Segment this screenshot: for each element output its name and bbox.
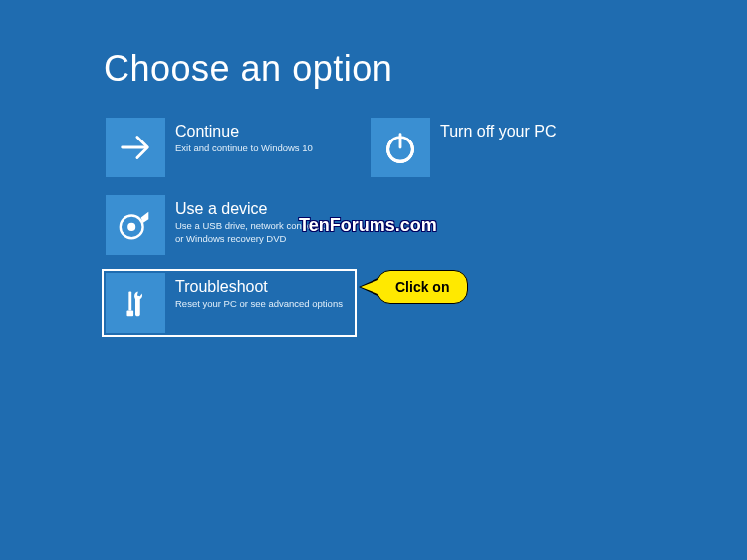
turnoff-option[interactable]: Turn off your PC	[369, 116, 620, 179]
callout-annotation: Click on	[361, 270, 468, 304]
disc-icon	[106, 195, 165, 255]
arrow-right-icon	[106, 118, 165, 177]
troubleshoot-option[interactable]: Troubleshoot Reset your PC or see advanc…	[104, 271, 355, 335]
turnoff-title: Turn off your PC	[440, 122, 557, 140]
troubleshoot-text: Troubleshoot Reset your PC or see advanc…	[165, 273, 351, 333]
turnoff-text: Turn off your PC	[430, 118, 565, 177]
troubleshoot-desc: Reset your PC or see advanced options	[175, 298, 343, 310]
svg-point-4	[128, 224, 134, 230]
option-row-1: Continue Exit and continue to Windows 10…	[104, 116, 661, 179]
tools-icon	[106, 273, 165, 333]
callout-bubble: Click on	[376, 270, 468, 304]
callout-tail	[361, 280, 378, 294]
page-title: Choose an option	[104, 48, 392, 90]
svg-rect-5	[128, 292, 131, 311]
power-icon	[371, 118, 430, 177]
callout-text: Click on	[395, 279, 449, 295]
continue-title: Continue	[175, 122, 313, 140]
continue-option[interactable]: Continue Exit and continue to Windows 10	[104, 116, 355, 179]
troubleshoot-title: Troubleshoot	[175, 277, 343, 296]
continue-text: Continue Exit and continue to Windows 10	[165, 118, 321, 177]
watermark-text: TenForums.com	[299, 215, 437, 236]
svg-rect-6	[126, 311, 133, 317]
continue-desc: Exit and continue to Windows 10	[175, 142, 313, 154]
